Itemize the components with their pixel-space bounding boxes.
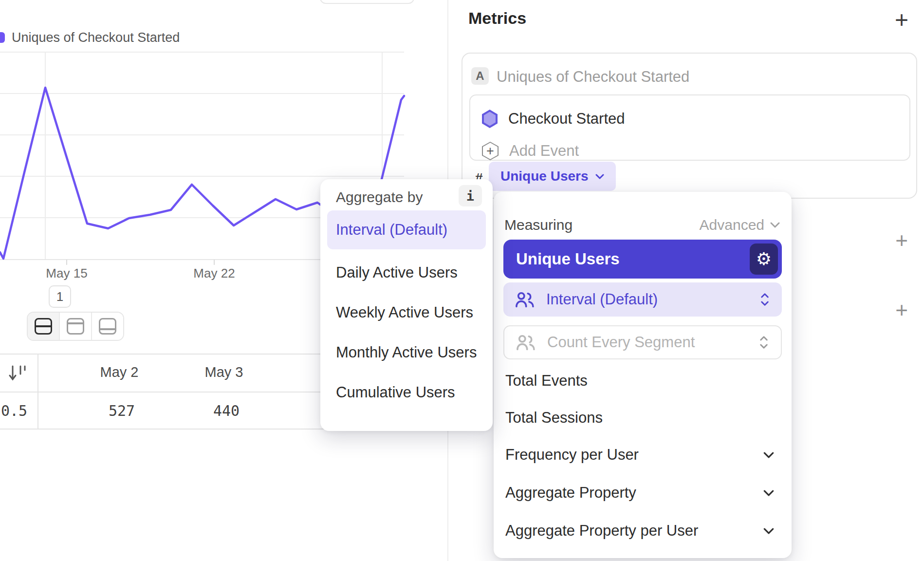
measure-option-frequency-per-user[interactable]: Frequency per User [505, 441, 774, 469]
unfold-chevrons-icon [759, 292, 770, 307]
chevron-down-icon [595, 174, 604, 179]
interval-option-label: Interval (Default) [546, 291, 658, 308]
table-cell-may2: 527 [73, 402, 170, 419]
metric-card: A Uniques of Checkout Started Checkout S… [462, 53, 917, 199]
series-count-badge[interactable]: 1 [49, 285, 71, 308]
x-axis-label-may15: May 15 [33, 266, 101, 281]
sort-icon[interactable] [8, 362, 29, 384]
layout-split-button[interactable] [28, 313, 60, 340]
measure-selected-label: Unique Users [516, 250, 620, 268]
count-every-segment-select[interactable]: Count Every Segment [503, 325, 782, 359]
partial-toolbar-box[interactable] [320, 0, 414, 4]
measure-option-aggregate-property-per-user[interactable]: Aggregate Property per User [505, 517, 774, 545]
gear-icon[interactable]: ⚙ [750, 243, 778, 275]
users-icon-gray [515, 334, 536, 351]
metric-letter-badge: A [471, 67, 489, 85]
event-hexagon-icon [482, 110, 498, 128]
table-bottom-icon [99, 318, 116, 335]
add-event-button[interactable]: Add Event [509, 142, 579, 160]
event-card: Checkout Started + Add Event [469, 94, 910, 161]
add-breakdown-button[interactable]: + [887, 296, 916, 325]
measure-unique-users-selected[interactable]: Unique Users ⚙ [503, 240, 782, 279]
add-filter-button[interactable]: + [887, 226, 916, 255]
measure-option-total-sessions[interactable]: Total Sessions [505, 404, 774, 432]
measure-option-total-events[interactable]: Total Events [505, 367, 774, 395]
table-cell-may3: 440 [178, 402, 275, 419]
chevron-down-icon [770, 222, 780, 228]
table-header-may2[interactable]: May 2 [71, 364, 168, 380]
aggregate-option-interval-selected[interactable]: Interval (Default) [327, 210, 486, 249]
table-cell-clipped: 0.5 [1, 402, 27, 419]
aggregate-option-cumulative-users[interactable]: Cumulative Users [327, 377, 486, 408]
layout-table-bottom-button[interactable] [92, 313, 123, 340]
measuring-title: Measuring [504, 217, 573, 233]
measure-option-aggregate-property[interactable]: Aggregate Property [505, 479, 774, 507]
add-metric-button[interactable]: + [887, 5, 916, 34]
aggregate-option-weekly-active-users[interactable]: Weekly Active Users [327, 298, 486, 328]
table-header-may3[interactable]: May 3 [175, 364, 273, 380]
layout-toggle-group [27, 312, 124, 341]
measure-chip-label: Unique Users [500, 168, 589, 184]
aggregate-by-dropdown-panel: Aggregate by i Interval (Default) Daily … [320, 179, 493, 431]
segment-option-label: Count Every Segment [547, 334, 695, 351]
chevron-down-icon [763, 490, 774, 496]
metric-name[interactable]: Uniques of Checkout Started [497, 68, 689, 86]
info-icon[interactable]: i [459, 185, 482, 206]
unfold-chevrons-icon [758, 335, 769, 350]
layout-table-top-button[interactable] [60, 313, 92, 340]
chevron-down-icon [763, 452, 774, 458]
advanced-toggle[interactable]: Advanced [700, 217, 780, 233]
metrics-panel-title: Metrics [468, 9, 526, 28]
legend-label: Uniques of Checkout Started [12, 30, 180, 45]
users-icon [514, 291, 536, 308]
x-axis-label-may22: May 22 [180, 266, 248, 281]
chart-legend[interactable]: Uniques of Checkout Started [0, 30, 180, 45]
advanced-label: Advanced [700, 217, 764, 233]
split-horizontal-icon [35, 318, 52, 335]
measuring-dropdown-panel: Measuring Advanced Unique Users ⚙ I [494, 192, 792, 558]
add-event-icon: + [482, 142, 499, 160]
table-top-icon [67, 318, 84, 335]
aggregate-option-daily-active-users[interactable]: Daily Active Users [327, 258, 486, 288]
measure-chip-button[interactable]: Unique Users [489, 162, 616, 191]
legend-swatch-icon [0, 32, 5, 43]
chevron-down-icon [763, 528, 774, 534]
event-name[interactable]: Checkout Started [508, 110, 625, 128]
interval-select[interactable]: Interval (Default) [503, 282, 782, 317]
aggregate-by-title: Aggregate by [336, 189, 423, 206]
aggregate-option-monthly-active-users[interactable]: Monthly Active Users [327, 337, 486, 368]
